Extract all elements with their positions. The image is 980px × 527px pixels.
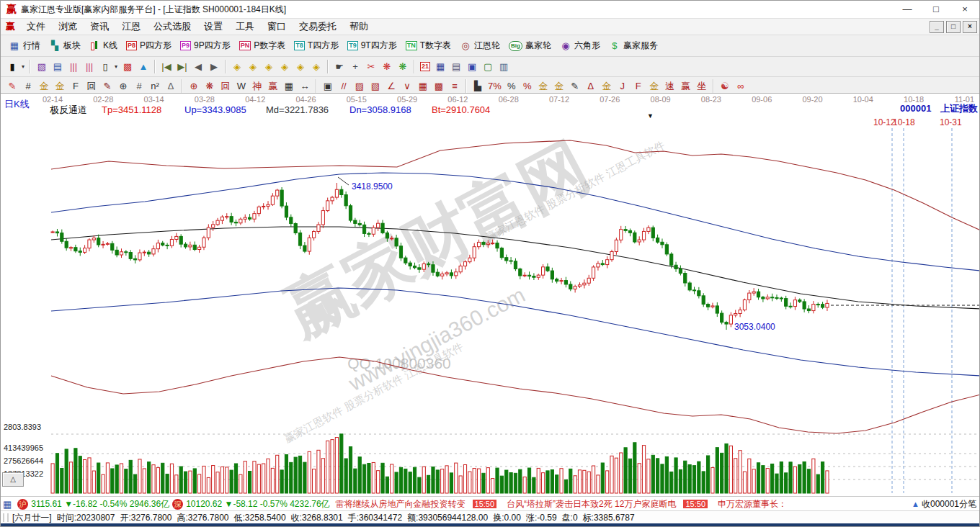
t-square-button[interactable]: T8T四方形 [290,39,343,53]
gold-circle-tool[interactable]: 金 [535,80,551,93]
gann-wheel-button[interactable]: ◎江恩轮 [455,39,504,53]
news-item-1[interactable]: 台风“塔拉斯”袭击日本致2死 12万户家庭断电 [507,499,676,509]
crosshair-tool[interactable]: + [347,60,363,73]
menu-item-4[interactable]: 公式选股 [147,21,197,32]
menu-item-7[interactable]: 窗口 [261,21,293,32]
circle-grid-tool[interactable]: ⊕ [115,80,131,93]
menu-item-8[interactable]: 交易委托 [293,21,343,32]
fan-square-tool[interactable]: ▧ [368,80,383,93]
bars3-tool[interactable]: ||| [66,60,81,73]
p-square-button[interactable]: P8P四方形 [122,39,176,53]
winner-wheel-button[interactable]: Big赢家轮 [504,39,556,53]
menu-item-5[interactable]: 设置 [197,21,229,32]
save-tool[interactable]: ▣ [464,60,480,73]
scissors-tool[interactable]: ✂ [363,60,379,73]
menu-item-6[interactable]: 工具 [229,21,261,32]
t-number-button[interactable]: TNT数字表 [401,39,455,53]
f-angle-tool[interactable]: F [631,80,646,93]
compress-horizontal-tool[interactable]: ◈ [277,60,293,73]
menu-item-9[interactable]: 帮助 [343,21,375,32]
mdi-minimize-button[interactable]: _ [930,21,944,33]
pane-toggle-button[interactable]: △ [2,472,24,487]
infinity-tool[interactable]: ∞ [733,80,749,93]
gann-pen-tool[interactable]: ✎ [4,80,20,93]
news-item-2[interactable]: 申万宏源董事长： [718,499,787,509]
pattern-grid-tool[interactable]: ▩ [120,60,135,73]
gold-grid2-tool[interactable]: 金 [52,80,68,93]
prev-bar-button[interactable]: ◀ [190,60,206,73]
hexagon-button[interactable]: ◉六角形 [556,39,605,53]
compress-vertical-tool[interactable]: ◈ [308,60,324,73]
a-frame-tool[interactable]: ∆ [583,80,599,93]
gann-circle-tool[interactable]: ⊕ [186,80,202,93]
zone-select-tool[interactable]: ▧ [34,60,50,73]
expand-right-tool[interactable]: ◈ [245,60,261,73]
gann-web-tool[interactable]: ❋ [202,80,218,93]
next-bar-button[interactable]: ▶ [206,60,222,73]
speed-line-tool[interactable]: 速 [662,80,678,93]
angle-ruler-tool[interactable]: ∆ [163,80,179,93]
menu-item-2[interactable]: 资讯 [84,21,115,32]
restore-button[interactable]: □ [922,1,950,18]
spiral-tool[interactable]: 回 [84,80,99,93]
quote-grid-icon[interactable]: ▦ [3,499,12,510]
expand-left-tool[interactable]: ◈ [229,60,245,73]
ying-grid-tool[interactable]: 赢 [265,80,281,93]
sector-button[interactable]: ▚板块 [45,39,85,53]
news-item-0[interactable]: 雷将继续从房地产向金融投资转变 [336,499,466,509]
winner-service-button[interactable]: $赢家服务 [605,39,662,53]
gold-triangle-tool[interactable]: 金 [599,80,615,93]
v-line-tool[interactable]: ∨ [399,80,415,93]
parallel-lines-tool[interactable]: ≡ [447,80,463,93]
wave-tool[interactable]: W [233,80,249,93]
notepad-tool[interactable]: ▤ [448,60,464,73]
grid-ruler-tool[interactable]: # [20,80,36,93]
p9-square-button[interactable]: P99P四方形 [176,39,235,53]
box-frame-tool[interactable]: ▣ [320,80,336,93]
gold-grid1-tool[interactable]: 金 [36,80,52,93]
candle-style-dropdown[interactable]: ▯▾ [97,60,120,73]
mdi-restore-button[interactable]: □ [946,21,961,33]
kline-button[interactable]: K线 [85,39,122,53]
tick-chart-link[interactable]: ▲ 收000001分笔 [912,498,980,510]
pct-line-tool[interactable]: % [520,80,535,93]
menu-item-3[interactable]: 江恩 [115,21,147,32]
n2-grid-tool[interactable]: n² [147,80,163,93]
mind-red-tool[interactable]: ❋ [379,60,395,73]
memo-list-tool[interactable]: ▤ [50,60,66,73]
fan-box-tool[interactable]: ▨ [352,80,368,93]
hash-grid-tool[interactable]: # [131,80,147,93]
minimize-button[interactable]: — [893,1,922,18]
last-page-button[interactable]: ▶| [174,60,190,73]
pct7-tool[interactable]: 7% [486,80,504,93]
expand-horizontal-tool[interactable]: ◈ [261,60,277,73]
calendar-tool[interactable]: 21 [418,61,432,72]
gann-square-spiral-tool[interactable]: 回 [218,80,233,93]
news-ticker[interactable]: 雷将继续从房地产向金融投资转变15:50台风“塔拉斯”袭击日本致2死 12万户家… [330,498,787,510]
taichi-tool[interactable]: ☯ [717,80,733,93]
calculator-tool[interactable]: ▦ [432,60,448,73]
p-number-button[interactable]: PNP数字表 [235,39,290,53]
ruler-grid-tool[interactable]: ▦ [281,80,297,93]
bars9-tool[interactable]: ||| [81,60,97,73]
kline-style-dropdown[interactable]: ▮▾ [4,60,27,73]
pct-tool[interactable]: % [504,80,520,93]
red-fan-tool[interactable]: // [336,80,352,93]
gold-line-tool[interactable]: 金 [551,80,567,93]
angle-line-tool[interactable]: ∠ [383,80,399,93]
ying-box-tool[interactable]: 赢 [678,80,694,93]
zuo-tool[interactable]: 坐 [694,80,710,93]
menu-item-1[interactable]: 浏览 [52,21,84,32]
quote-button[interactable]: ▦行情 [4,39,45,53]
width-measure-tool[interactable]: ↔ [297,80,313,93]
t9-square-button[interactable]: T99T四方形 [343,39,401,53]
grid-b-tool[interactable]: ▩ [431,80,447,93]
window-export-tool[interactable]: ▢ [480,60,496,73]
hand-tool[interactable]: ☛ [331,60,347,73]
kline-chart-panel[interactable]: △ 赢家财富网赢家江恩软件 股票分析软件 江恩工具软件赢家江恩软件 股票分析软件… [1,93,980,497]
ink-pen-tool[interactable]: ✎ [99,80,115,93]
j-angle-tool[interactable]: J [615,80,631,93]
brush-pen-tool[interactable]: ✎ [567,80,583,93]
gold-angle-tool[interactable]: 金 [646,80,662,93]
volume-profile-tool[interactable]: ▙ [470,80,486,93]
